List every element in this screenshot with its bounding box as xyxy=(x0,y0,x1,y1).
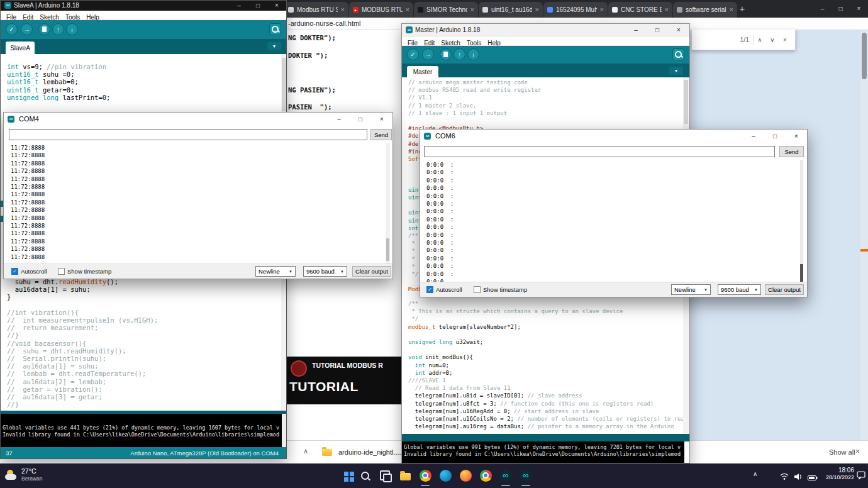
clear-output-button[interactable]: Clear output xyxy=(765,284,804,295)
console-scrollbar[interactable] xyxy=(684,441,689,463)
tab-menu-dropdown[interactable]: ▼ xyxy=(669,67,683,75)
new-sketch-button[interactable] xyxy=(38,23,50,35)
code-editor[interactable]: int vs=9; //pin vibrationuint16_t suhu =… xyxy=(7,63,282,110)
serial-monitor-button[interactable] xyxy=(672,48,684,60)
console-output[interactable]: Global variables use 441 bytes (21%) of … xyxy=(1,414,286,447)
page-scrollbar[interactable] xyxy=(860,30,868,440)
serial-scrollbar[interactable] xyxy=(800,160,803,284)
scrollbar-thumb[interactable] xyxy=(800,264,803,283)
maximize-icon[interactable]: □ xyxy=(350,113,371,126)
browser-tab[interactable]: Modbus RTU SD× xyxy=(284,2,348,18)
sketch-tab-master[interactable]: Master xyxy=(407,66,438,77)
verify-button[interactable]: ✓ xyxy=(407,48,419,60)
find-next-icon[interactable]: ∨ xyxy=(766,36,779,43)
console-divider[interactable] xyxy=(402,434,689,441)
chevron-up-icon[interactable]: ∧ xyxy=(303,447,308,455)
serial-scrollbar[interactable] xyxy=(386,143,390,265)
action-center-icon[interactable] xyxy=(857,471,865,482)
find-input[interactable] xyxy=(696,33,740,46)
upload-button[interactable]: → xyxy=(21,23,33,35)
task-view-button[interactable] xyxy=(377,468,392,483)
autoscroll-checkbox[interactable]: ✓ xyxy=(11,268,18,275)
tab-close-icon[interactable]: × xyxy=(535,6,539,13)
code-editor[interactable]: /** * This is an structe which contains … xyxy=(408,300,683,433)
browser-tab[interactable]: software serial× xyxy=(673,2,737,18)
close-icon[interactable]: × xyxy=(786,130,807,143)
address-bar-text[interactable]: -arduino-nurse-call.html xyxy=(288,19,361,27)
video-thumbnail[interactable]: TUTORIAL MODBUS R TUTORIAL xyxy=(284,357,408,404)
baud-rate-select[interactable]: 9600 baud▼ xyxy=(303,266,347,277)
tab-close-icon[interactable]: × xyxy=(730,6,733,13)
send-button[interactable]: Send xyxy=(370,129,392,140)
line-ending-select[interactable]: Newline▼ xyxy=(671,284,711,295)
tab-close-icon[interactable]: × xyxy=(600,6,604,13)
serial-output-area[interactable]: 0:0:0 :0:0:0 :0:0:0 :0:0:0 :0:0:0 :0:0:0… xyxy=(426,161,796,283)
tab-close-icon[interactable]: × xyxy=(665,6,669,13)
open-sketch-button[interactable]: ↑ xyxy=(52,23,64,35)
start-button[interactable] xyxy=(337,468,352,483)
send-button[interactable]: Send xyxy=(779,146,804,157)
edge-button[interactable] xyxy=(438,468,453,483)
maximize-icon[interactable]: □ xyxy=(832,0,850,18)
console-output[interactable]: Global variables use 991 bytes (12%) of … xyxy=(402,441,689,463)
save-sketch-button[interactable]: ↓ xyxy=(66,23,78,35)
serial-input-field[interactable] xyxy=(9,129,367,140)
title-bar[interactable]: ∞ COM6 – □ × xyxy=(420,130,807,143)
serial-input-field[interactable] xyxy=(424,146,775,157)
baud-rate-select[interactable]: 9600 baud▼ xyxy=(718,284,761,295)
maximize-icon[interactable]: □ xyxy=(764,130,786,143)
close-icon[interactable]: × xyxy=(668,24,689,36)
clock-date[interactable]: 28/10/2022 xyxy=(821,474,854,480)
upload-button[interactable]: → xyxy=(422,48,434,60)
serial-output-area[interactable]: 11:72:888811:72:888811:72:888811:72:8888… xyxy=(11,144,383,265)
browser-tab[interactable]: SIMOR Technol× xyxy=(414,2,478,18)
tab-close-icon[interactable]: × xyxy=(406,6,409,13)
new-tab-button[interactable]: + xyxy=(736,3,748,15)
scrollbar-thumb[interactable] xyxy=(386,238,389,261)
file-explorer-button[interactable] xyxy=(398,468,413,483)
clear-output-button[interactable]: Clear output xyxy=(352,266,391,277)
browser-tab[interactable]: CNC STORE BA× xyxy=(608,2,672,18)
minimize-icon[interactable]: – xyxy=(743,130,764,143)
line-ending-select[interactable]: Newline▼ xyxy=(255,266,296,277)
browser-tab[interactable]: uint16_t au16d× xyxy=(479,2,543,18)
browser-button-2[interactable] xyxy=(458,468,473,483)
tab-menu-dropdown[interactable]: ▼ xyxy=(267,42,281,50)
tab-close-icon[interactable]: × xyxy=(470,6,474,13)
wifi-icon[interactable] xyxy=(780,472,789,483)
close-icon[interactable]: × xyxy=(850,0,868,18)
download-shelf-close-icon[interactable]: × xyxy=(855,447,860,456)
minimize-icon[interactable]: – xyxy=(230,1,248,11)
save-sketch-button[interactable]: ↓ xyxy=(467,48,479,60)
scrollbar-thumb[interactable] xyxy=(862,33,867,79)
minimize-icon[interactable]: – xyxy=(813,0,832,18)
scrollbar-thumb[interactable] xyxy=(282,58,286,111)
new-sketch-button[interactable] xyxy=(440,48,452,60)
show-timestamp-checkbox[interactable] xyxy=(474,286,481,293)
browser-tab[interactable]: ▸MODBUS RTU S× xyxy=(349,2,413,18)
weather-widget[interactable]: 27°C Berawan xyxy=(0,463,75,488)
close-icon[interactable]: × xyxy=(267,1,286,11)
console-scrollbar[interactable] xyxy=(282,414,286,447)
serial-monitor-button[interactable] xyxy=(269,23,281,35)
tab-close-icon[interactable]: × xyxy=(341,6,345,13)
title-bar[interactable]: ∞ COM4 – □ × xyxy=(4,113,392,126)
show-all-button[interactable]: Show all xyxy=(829,448,855,456)
download-item[interactable]: arduino-ide_nightl....zip xyxy=(338,448,410,456)
arduino-ide-button-1[interactable]: ∞ xyxy=(498,468,513,483)
maximize-icon[interactable]: □ xyxy=(647,24,668,36)
sketch-tab-slavea[interactable]: SlaveA xyxy=(6,42,35,54)
autoscroll-checkbox[interactable]: ✓ xyxy=(426,286,433,293)
minimize-icon[interactable]: – xyxy=(328,113,350,126)
code-editor[interactable]: suhu = dht.readHumidity(); au16data[1] =… xyxy=(7,278,282,410)
chrome-button[interactable] xyxy=(418,468,433,483)
browser-tab[interactable]: 16524095 Muh× xyxy=(543,2,608,18)
battery-icon[interactable] xyxy=(808,472,818,484)
minimize-icon[interactable]: – xyxy=(625,24,647,36)
search-button[interactable] xyxy=(357,468,372,483)
scrollbar-thumb[interactable] xyxy=(684,80,688,124)
browser-button-3[interactable] xyxy=(478,468,493,483)
verify-button[interactable]: ✓ xyxy=(6,23,18,35)
find-previous-icon[interactable]: ∧ xyxy=(754,36,766,43)
title-bar[interactable]: ∞ Master | Arduino 1.8.18 – □ × xyxy=(402,24,689,36)
